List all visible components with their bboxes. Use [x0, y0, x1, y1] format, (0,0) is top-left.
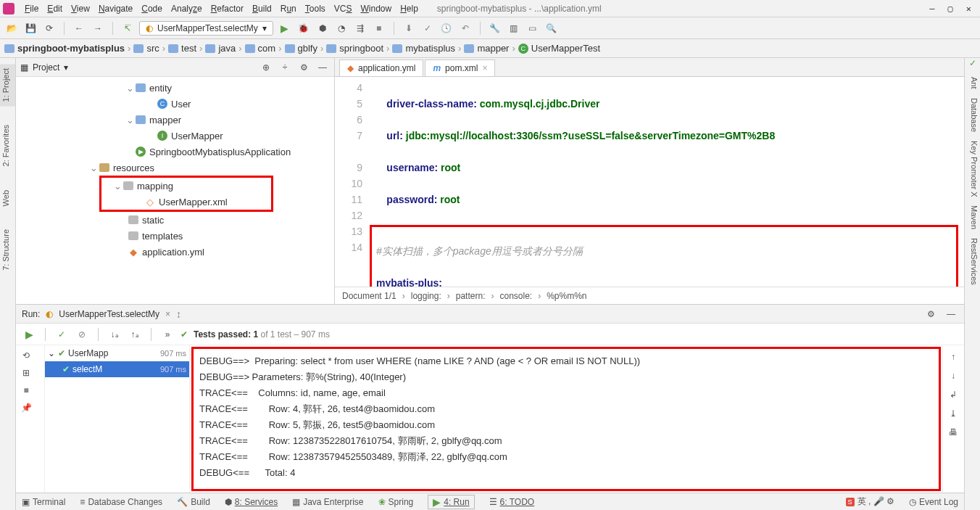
vcs-history-icon[interactable]: 🕓: [439, 21, 454, 36]
gear-icon[interactable]: ⚙: [296, 60, 311, 75]
tab-database[interactable]: Database: [965, 94, 980, 136]
open-icon[interactable]: 📂: [4, 21, 19, 36]
hide-icon[interactable]: —: [315, 60, 330, 75]
refresh-icon[interactable]: ⟳: [42, 21, 57, 36]
sb-java-ee[interactable]: ▦ Java Enterprise: [292, 497, 363, 507]
tree-appclass[interactable]: ▶SpringbootMybatisplusApplication: [16, 144, 334, 160]
tab-keypromoter[interactable]: Key Promoter X: [965, 136, 980, 202]
rerun-failed-icon[interactable]: ⟲: [19, 348, 33, 363]
code-content[interactable]: driver-class-name: com.mysql.cj.jdbc.Dri…: [370, 77, 964, 287]
menu-file[interactable]: File: [20, 4, 43, 14]
close-icon[interactable]: ×: [165, 309, 170, 319]
test-item[interactable]: ✔ selectM 907 ms: [45, 361, 189, 377]
tree-mapper[interactable]: ⌄mapper: [16, 112, 334, 128]
vcs-commit-icon[interactable]: ✓: [420, 21, 435, 36]
crumb-java[interactable]: java: [205, 43, 236, 54]
down-icon[interactable]: ↓: [946, 369, 960, 383]
tab-web[interactable]: Web: [0, 186, 15, 210]
sdk-icon[interactable]: ▭: [526, 21, 540, 36]
wrap-icon[interactable]: ↲: [946, 387, 960, 402]
sb-run[interactable]: ▶ 4: Run: [428, 495, 474, 509]
tree-templates[interactable]: templates: [16, 228, 334, 244]
menu-edit[interactable]: Edit: [43, 4, 67, 14]
pin-icon[interactable]: 📌: [19, 400, 33, 415]
test-tree[interactable]: ⌄✔ UserMapp 907 ms ✔ selectM 907 ms: [45, 345, 190, 493]
menu-tools[interactable]: Tools: [301, 4, 330, 14]
tree-appyml[interactable]: ◆application.yml: [16, 244, 334, 260]
back-icon[interactable]: ←: [72, 21, 86, 36]
project-tree[interactable]: ⌄entity CUser ⌄mapper IUserMapper ▶Sprin…: [16, 77, 334, 304]
debug-button[interactable]: 🐞: [296, 21, 311, 36]
chevron-down-icon[interactable]: ▾: [64, 62, 68, 73]
tree-mapping[interactable]: ⌄mapping: [101, 178, 271, 194]
save-icon[interactable]: 💾: [23, 21, 38, 36]
crumb-root[interactable]: springboot-mybatisplus: [4, 43, 125, 54]
console-output[interactable]: DEBUG==> Preparing: select * from user W…: [191, 347, 941, 491]
tab-structure[interactable]: 7: Structure: [0, 225, 15, 275]
crumb-mybatisplus[interactable]: mybatisplus: [392, 43, 455, 54]
menu-run[interactable]: Run: [276, 4, 301, 14]
scroll-icon[interactable]: ⤓: [946, 406, 960, 421]
crumb-src[interactable]: src: [133, 43, 159, 54]
menu-window[interactable]: Window: [356, 4, 396, 14]
forward-icon[interactable]: →: [91, 21, 105, 36]
wrench-icon[interactable]: 🔧: [488, 21, 502, 36]
tab-project[interactable]: 1: Project: [0, 64, 15, 106]
crumb-springboot[interactable]: springboot: [326, 43, 383, 54]
up-icon[interactable]: ↑: [946, 350, 960, 364]
profile-button[interactable]: ◔: [334, 21, 349, 36]
menu-navigate[interactable]: Navigate: [94, 4, 137, 14]
sb-ime-icon[interactable]: S 英 , 🎤 ⚙: [846, 495, 894, 508]
crumb-com[interactable]: com: [245, 43, 276, 54]
menu-view[interactable]: View: [67, 4, 94, 14]
vcs-revert-icon[interactable]: ↶: [458, 21, 473, 36]
sb-spring[interactable]: ❀ Spring: [378, 497, 414, 507]
tree-usermapper-xml[interactable]: ◇UserMapper.xml: [101, 194, 271, 210]
stop-button[interactable]: ■: [372, 21, 386, 36]
tab-favorites[interactable]: 2: Favorites: [0, 120, 15, 170]
menu-vcs[interactable]: VCS: [330, 4, 357, 14]
coverage-button[interactable]: ⬢: [315, 21, 330, 36]
tree-resources[interactable]: ⌄resources: [16, 160, 334, 176]
sort-down-icon[interactable]: ↓ₐ: [107, 327, 122, 342]
tree-user[interactable]: CUser: [16, 96, 334, 112]
collapse-icon[interactable]: ÷: [278, 60, 292, 75]
tab-restservices[interactable]: RestServices: [965, 234, 980, 289]
minimize-button[interactable]: —: [929, 4, 934, 14]
rerun-button[interactable]: ▶: [22, 327, 36, 342]
concurrent-button[interactable]: ⇶: [353, 21, 368, 36]
expand-icon[interactable]: »: [160, 327, 175, 342]
menu-analyze[interactable]: Analyze: [167, 4, 207, 14]
tree-static[interactable]: static: [16, 212, 334, 228]
target-icon[interactable]: ⊕: [259, 60, 273, 75]
stop-icon[interactable]: ■: [19, 383, 33, 398]
tab-ant[interactable]: Ant: [965, 73, 980, 94]
tree-entity[interactable]: ⌄entity: [16, 80, 334, 96]
run-config-selector[interactable]: ◐ UserMapperTest.selectMy ▾: [139, 21, 273, 36]
toggle-auto-icon[interactable]: ⊞: [19, 366, 33, 380]
tab-application-yml[interactable]: ◆ application.yml: [339, 59, 423, 76]
show-passed-icon[interactable]: ✓: [54, 327, 69, 342]
crumb-class[interactable]: CUserMapperTest: [518, 43, 600, 54]
sb-services[interactable]: ⬢ 8: Services: [225, 497, 278, 507]
sb-build[interactable]: 🔨 Build: [177, 497, 210, 507]
search-icon[interactable]: 🔍: [544, 21, 559, 36]
crumb-gblfy[interactable]: gblfy: [285, 43, 317, 54]
menu-build[interactable]: Build: [248, 4, 276, 14]
menu-help[interactable]: Help: [396, 4, 423, 14]
test-root[interactable]: ⌄✔ UserMapp 907 ms: [45, 345, 189, 361]
close-button[interactable]: ✕: [966, 4, 971, 14]
sort-up-icon[interactable]: ↑ₐ: [128, 327, 142, 342]
menu-refactor[interactable]: Refactor: [207, 4, 248, 14]
code-editor[interactable]: 4567 91011121314 driver-class-name: com.…: [335, 77, 964, 287]
vcs-update-icon[interactable]: ⬇: [402, 21, 416, 36]
crumb-test[interactable]: test: [168, 43, 196, 54]
sb-event-log[interactable]: ◷ Event Log: [909, 497, 958, 507]
show-ignored-icon[interactable]: ⊘: [75, 327, 89, 342]
hammer-icon[interactable]: ↸: [120, 21, 135, 36]
maximize-button[interactable]: ▢: [948, 4, 953, 14]
tree-usermapper[interactable]: IUserMapper: [16, 128, 334, 144]
sb-todo[interactable]: ☰ 6: TODO: [489, 497, 535, 507]
menu-code[interactable]: Code: [137, 4, 167, 14]
gear-icon[interactable]: ⚙: [923, 307, 938, 321]
